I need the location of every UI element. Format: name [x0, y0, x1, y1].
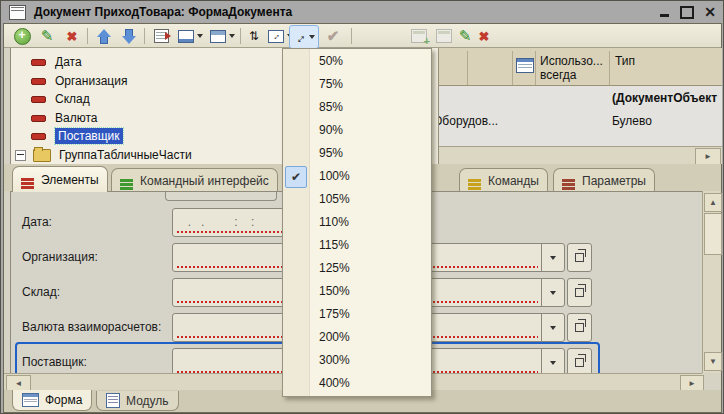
- zoom-option-95[interactable]: 95%: [283, 142, 467, 165]
- zoom-option-100-selected[interactable]: 100%: [283, 165, 467, 188]
- toolbar: + ✎ ✖ ⇅ ↔ ↔ ✔ ✎ ✖: [4, 24, 721, 48]
- zoom-option-90[interactable]: 90%: [283, 119, 467, 142]
- dropdown-arrow-icon: [550, 326, 556, 330]
- field-label-supplier: Поставщик:: [22, 355, 87, 369]
- form-check-icon: [154, 29, 169, 43]
- zoom-option-175[interactable]: 175%: [283, 303, 467, 326]
- column-header-type[interactable]: Тип: [615, 54, 635, 68]
- zoom-option-200[interactable]: 200%: [283, 326, 467, 349]
- maximize-button[interactable]: [679, 5, 695, 19]
- zoom-option-75[interactable]: 75%: [283, 73, 467, 96]
- swap-arrows-icon: ⇅: [249, 29, 259, 43]
- attribute-row-type[interactable]: (ДокументОбъект: [612, 91, 717, 105]
- edit-attribute-button[interactable]: ✎: [455, 25, 475, 47]
- zoom-option-150[interactable]: 150%: [283, 280, 467, 303]
- monitor-icon: [178, 30, 194, 43]
- minimize-button[interactable]: [656, 5, 672, 19]
- attribute-icon: [31, 78, 46, 85]
- tab-module[interactable]: Модуль: [96, 391, 179, 411]
- collapse-expander-icon[interactable]: [15, 150, 26, 161]
- scroll-right-button[interactable]: ►: [695, 148, 721, 164]
- delete-attribute-button[interactable]: ✖: [474, 25, 494, 47]
- command-interface-stack-icon: [120, 179, 133, 182]
- zoom-option-50[interactable]: 50%: [283, 50, 467, 73]
- add-table-button[interactable]: [432, 25, 456, 47]
- supplier-dropdown-button[interactable]: [541, 349, 564, 373]
- zoom-option-105[interactable]: 105%: [283, 188, 467, 211]
- supplier-open-button[interactable]: [567, 348, 592, 373]
- attributes-rows: (ДокументОбъект Оборудов... Булево: [439, 85, 722, 147]
- panels-dropdown-button[interactable]: [207, 25, 237, 47]
- add-button[interactable]: +: [10, 25, 34, 47]
- column-separator: [535, 51, 536, 85]
- vscroll-thumb[interactable]: [704, 213, 722, 255]
- panel-icon: [210, 30, 226, 43]
- warehouse-dropdown-button[interactable]: [541, 279, 564, 306]
- field-label-organization: Организация:: [22, 250, 98, 264]
- open-icon: [575, 323, 584, 332]
- tree-item-organization[interactable]: Организация: [11, 72, 127, 90]
- tree-item-currency[interactable]: Валюта: [11, 109, 97, 127]
- column-header-use[interactable]: Использо...: [540, 54, 603, 68]
- zoom-scale-menu: 50% 75% 85% 90% 95% 100% ✔ 105% 110% 115…: [282, 48, 432, 397]
- zoom-option-110[interactable]: 110%: [283, 211, 467, 234]
- tab-commands[interactable]: Команды: [459, 168, 548, 192]
- tree-item-label: Организация: [55, 74, 127, 88]
- form-vscrollbar[interactable]: ▲ ▼: [702, 191, 721, 373]
- dropdown-arrow-icon: [550, 291, 556, 295]
- currency-open-button[interactable]: [567, 313, 592, 342]
- dropdown-arrow-icon: [229, 34, 235, 38]
- elements-stack-icon: [21, 178, 34, 181]
- window-form-icon: [9, 5, 26, 20]
- tab-form[interactable]: Форма: [12, 390, 92, 411]
- tab-parameters[interactable]: Параметры: [553, 168, 655, 192]
- attributes-hscrollbar[interactable]: ►: [439, 146, 722, 164]
- table-add-icon: [411, 29, 427, 43]
- attribute-icon: [31, 115, 46, 122]
- add-attribute-button[interactable]: [407, 25, 431, 47]
- tree-item-label: Дата: [55, 55, 82, 69]
- arrow-down-icon: [122, 29, 136, 44]
- zoom-option-400[interactable]: 400%: [283, 372, 467, 395]
- organization-open-button[interactable]: [567, 243, 592, 272]
- attribute-row-type[interactable]: Булево: [612, 114, 652, 128]
- organization-dropdown-button[interactable]: [541, 244, 564, 271]
- zoom-option-300[interactable]: 300%: [283, 349, 467, 372]
- field-label-date: Дата:: [22, 215, 52, 229]
- tree-item-group-tabular-parts[interactable]: ГруппаТабличныеЧасти: [11, 146, 192, 164]
- zoom-option-115[interactable]: 115%: [283, 234, 467, 257]
- check-form-button[interactable]: [149, 25, 173, 47]
- column-separator: [609, 51, 610, 85]
- move-up-button[interactable]: [92, 25, 116, 47]
- close-button[interactable]: ✕: [702, 5, 718, 19]
- warehouse-open-button[interactable]: [567, 278, 592, 307]
- currency-dropdown-button[interactable]: [541, 314, 564, 341]
- edit-button[interactable]: ✎: [35, 25, 59, 47]
- partial-field: [165, 191, 277, 201]
- commands-stack-icon: [468, 179, 481, 182]
- scroll-down-button[interactable]: ▼: [704, 352, 722, 371]
- arrow-up-icon: [97, 29, 111, 44]
- tree-item-label: ГруппаТабличныеЧасти: [59, 148, 192, 162]
- zoom-option-125[interactable]: 125%: [283, 257, 467, 280]
- scroll-right-button[interactable]: ►: [680, 375, 704, 391]
- scroll-up-button[interactable]: ▲: [704, 193, 722, 212]
- attribute-icon: [31, 133, 46, 140]
- tree-item-supplier-selected[interactable]: Поставщик: [11, 127, 123, 145]
- tab-command-interface[interactable]: Командный интерфейс: [111, 168, 278, 192]
- titlebar[interactable]: Документ ПриходТовара: ФормаДокумента ✕: [2, 1, 724, 23]
- tab-label: Модуль: [126, 394, 169, 408]
- swap-orientation-button[interactable]: ⇅: [244, 25, 264, 47]
- tab-elements[interactable]: Элементы: [12, 166, 108, 192]
- move-down-button[interactable]: [117, 25, 141, 47]
- zoom-option-85[interactable]: 85%: [283, 96, 467, 119]
- delete-button[interactable]: ✖: [60, 25, 84, 47]
- tree-item-warehouse[interactable]: Склад: [11, 90, 90, 108]
- tree-item-data[interactable]: Дата: [11, 53, 82, 71]
- table-copy-icon: [436, 29, 452, 43]
- form-view-dropdown-button[interactable]: [175, 25, 205, 47]
- module-icon: [106, 393, 120, 408]
- zoom-scale-dropdown-button[interactable]: ↔: [289, 25, 319, 49]
- scroll-left-button[interactable]: ◄: [6, 375, 31, 391]
- toolbar-separator: [351, 28, 352, 44]
